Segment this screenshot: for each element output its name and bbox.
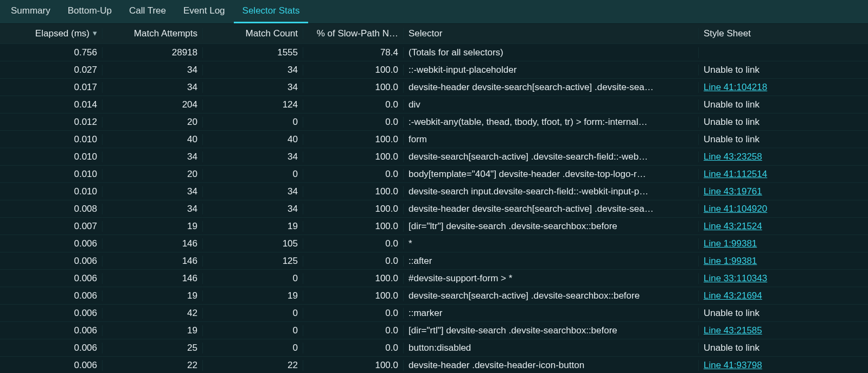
stylesheet-link[interactable]: Line 41:112514 (704, 169, 767, 179)
cell-count: 0 (203, 117, 303, 128)
cell-elapsed: 0.010 (0, 134, 103, 145)
stylesheet-link[interactable]: Line 1:99381 (704, 256, 757, 266)
cell-elapsed: 0.006 (0, 256, 103, 267)
table-row[interactable]: 0.0061919100.0devsite-search[search-acti… (0, 287, 868, 305)
cell-attempts: 42 (103, 308, 203, 319)
stylesheet-link[interactable]: Line 43:19761 (704, 186, 762, 197)
cell-selector: body[template="404"] devsite-header .dev… (404, 169, 699, 180)
cell-elapsed: 0.010 (0, 151, 103, 162)
cell-attempts: 40 (103, 134, 203, 145)
table-row[interactable]: 0.0102000.0body[template="404"] devsite-… (0, 166, 868, 183)
tab-summary[interactable]: Summary (2, 0, 59, 23)
cell-selector: [dir="rtl"] devsite-search .devsite-sear… (404, 325, 699, 336)
stylesheet-link[interactable]: Line 41:93798 (704, 360, 762, 370)
cell-elapsed: 0.006 (0, 238, 103, 249)
cell-selector: ::after (404, 256, 699, 267)
cell-slow: 100.0 (303, 273, 404, 284)
sort-descending-icon: ▾ (93, 28, 97, 38)
cell-stylesheet: Line 41:104920 (699, 204, 868, 214)
cell-count: 40 (203, 134, 303, 145)
table-row[interactable]: 0.0062222100.0devsite-header .devsite-he… (0, 357, 868, 373)
cell-elapsed: 0.027 (0, 65, 103, 75)
table-row[interactable]: 0.0083434100.0devsite-header devsite-sea… (0, 200, 868, 218)
tab-bottom-up[interactable]: Bottom-Up (59, 0, 120, 23)
stylesheet-link[interactable]: Line 1:99381 (704, 238, 757, 249)
cell-count: 19 (203, 290, 303, 301)
stylesheet-link[interactable]: Line 43:21694 (704, 290, 762, 301)
cell-slow: 0.0 (303, 117, 404, 128)
table-row[interactable]: 0.0061461250.0::afterLine 1:99381 (0, 252, 868, 270)
stylesheet-link[interactable]: Line 41:104920 (704, 204, 767, 214)
cell-slow: 100.0 (303, 134, 404, 145)
cell-elapsed: 0.010 (0, 186, 103, 197)
table-row[interactable]: 0.0104040100.0formUnable to link (0, 131, 868, 148)
table-row[interactable]: 0.0103434100.0devsite-search[search-acti… (0, 148, 868, 166)
cell-elapsed: 0.014 (0, 99, 103, 110)
cell-count: 19 (203, 221, 303, 232)
cell-count: 105 (203, 238, 303, 249)
cell-attempts: 34 (103, 65, 203, 75)
cell-attempts: 146 (103, 256, 203, 267)
cell-attempts: 19 (103, 290, 203, 301)
table-row[interactable]: 0.0122000.0:-webkit-any(table, thead, tb… (0, 113, 868, 131)
cell-count: 124 (203, 99, 303, 110)
table-row[interactable]: 0.0103434100.0devsite-search input.devsi… (0, 183, 868, 200)
cell-stylesheet: Line 41:93798 (699, 360, 868, 371)
cell-elapsed: 0.010 (0, 169, 103, 180)
col-header-count[interactable]: Match Count (203, 28, 303, 39)
cell-attempts: 146 (103, 273, 203, 284)
tab-label: Call Tree (129, 5, 166, 16)
cell-slow: 0.0 (303, 256, 404, 267)
cell-stylesheet: Line 41:104218 (699, 82, 868, 93)
table-row[interactable]: 0.0061900.0[dir="rtl"] devsite-search .d… (0, 322, 868, 339)
cell-count: 0 (203, 273, 303, 284)
cell-selector: devsite-search input.devsite-search-fiel… (404, 186, 699, 197)
cell-attempts: 204 (103, 99, 203, 110)
tab-label: Event Log (183, 5, 225, 16)
stylesheet-link[interactable]: Line 33:110343 (704, 273, 767, 283)
cell-elapsed: 0.012 (0, 117, 103, 128)
cell-stylesheet: Unable to link (699, 343, 868, 353)
tab-selector-stats[interactable]: Selector Stats (234, 0, 309, 23)
table-row[interactable]: 0.0061461050.0*Line 1:99381 (0, 235, 868, 252)
cell-attempts: 34 (103, 82, 203, 93)
table-row[interactable]: 0.0062500.0button:disabledUnable to link (0, 339, 868, 357)
col-header-attempts[interactable]: Match Attempts (103, 28, 203, 39)
stylesheet-link[interactable]: Line 43:23258 (704, 151, 762, 162)
cell-stylesheet: Line 43:19761 (699, 186, 868, 197)
table-row[interactable]: 0.0061460100.0#devsite-support-form > *L… (0, 270, 868, 287)
cell-slow: 100.0 (303, 360, 404, 371)
col-header-sheet[interactable]: Style Sheet (699, 28, 868, 39)
stylesheet-text: Unable to link (704, 308, 760, 318)
cell-slow: 100.0 (303, 82, 404, 93)
cell-attempts: 28918 (103, 47, 203, 58)
col-header-elapsed[interactable]: Elapsed (ms)▾ (0, 28, 103, 39)
cell-count: 34 (203, 204, 303, 214)
table-row[interactable]: 0.0173434100.0devsite-header devsite-sea… (0, 79, 868, 96)
cell-elapsed: 0.006 (0, 325, 103, 336)
table-row[interactable]: 0.0273434100.0::-webkit-input-placeholde… (0, 61, 868, 79)
cell-count: 0 (203, 343, 303, 353)
tab-call-tree[interactable]: Call Tree (120, 0, 175, 23)
table-row[interactable]: 0.0064200.0::markerUnable to link (0, 305, 868, 322)
stylesheet-link[interactable]: Line 41:104218 (704, 82, 767, 92)
table-row[interactable]: 0.75628918155578.4(Totals for all select… (0, 44, 868, 61)
cell-stylesheet: Line 43:21694 (699, 290, 868, 301)
cell-count: 34 (203, 65, 303, 75)
stylesheet-link[interactable]: Line 43:21524 (704, 221, 762, 231)
table-row[interactable]: 0.0071919100.0[dir="ltr"] devsite-search… (0, 218, 868, 235)
cell-selector: ::-webkit-input-placeholder (404, 65, 699, 75)
cell-selector: button:disabled (404, 343, 699, 353)
cell-stylesheet: Line 1:99381 (699, 256, 868, 267)
cell-stylesheet: Line 33:110343 (699, 273, 868, 284)
stylesheet-link[interactable]: Line 43:21585 (704, 325, 762, 336)
col-header-selector[interactable]: Selector (404, 28, 699, 39)
cell-slow: 100.0 (303, 290, 404, 301)
cell-selector: div (404, 99, 699, 110)
table-row[interactable]: 0.0142041240.0divUnable to link (0, 96, 868, 113)
col-header-slow[interactable]: % of Slow-Path N… (303, 28, 404, 39)
tab-event-log[interactable]: Event Log (175, 0, 234, 23)
cell-selector: ::marker (404, 308, 699, 319)
stylesheet-text: Unable to link (704, 134, 760, 144)
cell-elapsed: 0.756 (0, 47, 103, 58)
